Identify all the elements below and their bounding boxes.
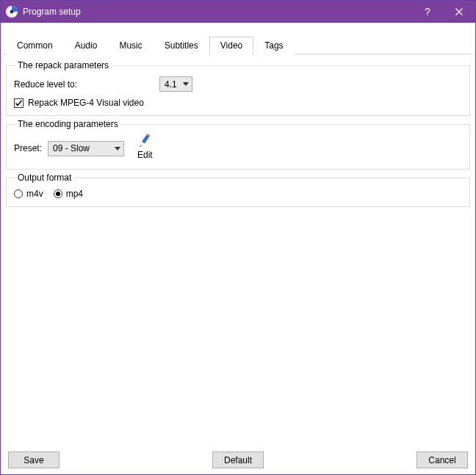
tab-panel-video: The repack parameters Reduce level to: 4… — [4, 54, 472, 447]
group-encoding-legend: The encoding parameters — [15, 119, 120, 129]
output-radio-m4v[interactable]: m4v — [14, 189, 43, 199]
row-output-options: m4v mp4 — [14, 189, 462, 199]
repack-mpeg4-label: Repack MPEG-4 Visual video — [28, 98, 144, 108]
save-button[interactable]: Save — [8, 452, 60, 468]
tab-video[interactable]: Video — [209, 37, 253, 54]
client-area: Common Audio Music Subtitles Video Tags … — [1, 23, 475, 474]
default-button[interactable]: Default — [212, 452, 264, 468]
cancel-button[interactable]: Cancel — [416, 452, 468, 468]
row-preset: Preset: 09 - Slow Edit — [14, 135, 462, 162]
button-bar-gap2 — [270, 452, 411, 468]
check-icon — [15, 99, 23, 107]
group-output-format: Output format m4v mp4 — [6, 173, 470, 207]
preset-label: Preset: — [14, 143, 42, 153]
output-radio-mp4[interactable]: mp4 — [54, 189, 83, 199]
svg-point-1 — [10, 10, 14, 14]
group-repack-legend: The repack parameters — [15, 60, 111, 70]
app-icon — [5, 5, 18, 18]
reduce-level-select[interactable]: 4.1 — [159, 76, 192, 92]
close-button[interactable] — [442, 1, 475, 23]
chevron-down-icon — [115, 147, 120, 151]
reduce-level-label: Reduce level to: — [14, 79, 154, 90]
button-bar-gap1 — [65, 452, 206, 468]
row-reduce-level: Reduce level to: 4.1 — [14, 76, 462, 92]
window-title: Program setup — [23, 7, 81, 17]
checkbox-box — [14, 98, 24, 108]
radio-circle — [54, 189, 62, 198]
group-repack: The repack parameters Reduce level to: 4… — [6, 60, 470, 116]
tab-audio[interactable]: Audio — [64, 37, 109, 54]
tab-bar: Common Audio Music Subtitles Video Tags — [4, 26, 472, 54]
pencil-icon — [137, 134, 152, 148]
output-mp4-label: mp4 — [66, 189, 83, 199]
output-m4v-label: m4v — [26, 189, 43, 199]
edit-preset-button[interactable]: Edit — [137, 134, 153, 160]
tab-common[interactable]: Common — [6, 37, 64, 54]
help-button[interactable]: ? — [413, 1, 442, 23]
tab-music[interactable]: Music — [108, 37, 153, 54]
close-icon — [455, 8, 463, 15]
button-bar: Save Default Cancel — [4, 447, 472, 474]
tab-tags[interactable]: Tags — [253, 37, 294, 54]
titlebar: Program setup ? — [1, 1, 475, 23]
group-encoding: The encoding parameters Preset: 09 - Slo… — [6, 119, 470, 170]
group-output-legend: Output format — [15, 173, 73, 183]
preset-select[interactable]: 09 - Slow — [48, 141, 124, 156]
radio-circle — [14, 189, 23, 198]
reduce-level-value: 4.1 — [165, 79, 177, 90]
tab-subtitles[interactable]: Subtitles — [154, 37, 209, 54]
repack-mpeg4-checkbox[interactable]: Repack MPEG-4 Visual video — [14, 98, 144, 108]
edit-preset-label: Edit — [137, 150, 153, 160]
preset-value: 09 - Slow — [53, 143, 90, 153]
radio-dot — [56, 192, 60, 196]
row-repack-mpeg4: Repack MPEG-4 Visual video — [14, 98, 462, 108]
chevron-down-icon — [183, 82, 189, 86]
